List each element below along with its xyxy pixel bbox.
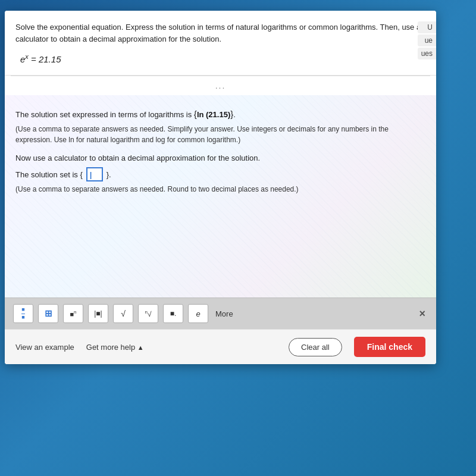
decimal-button[interactable]: ■. [163,304,183,323]
instruction-area: U ue ues Solve the exponential equation.… [5,11,436,76]
get-more-help-link[interactable]: Get more help ▲ [86,343,144,352]
answer-input[interactable] [86,167,103,181]
sqrt-button[interactable]: √ [113,304,133,323]
fraction-button[interactable]: ■ ■ [13,304,33,323]
side-label-2: ue [418,35,436,46]
content-area: The solution set expressed in terms of l… [5,95,436,298]
final-check-button[interactable]: Final check [354,337,425,357]
superscript-button[interactable]: ■n [63,304,83,323]
instruction-text: Solve the exponential equation. Express … [15,21,425,45]
solution-part2-note: (Use a comma to separate answers as need… [15,184,425,195]
abs-value-button[interactable]: |■| [88,304,108,323]
dots-divider: ... [11,76,430,95]
solution-part1-note: (Use a comma to separate answers as need… [15,124,425,145]
matrix-button[interactable]: ⊞ [38,304,58,323]
side-label-1: U [418,21,436,33]
nth-root-button[interactable]: n√ [138,304,158,323]
clear-all-button[interactable]: Clear all [289,338,342,356]
main-window: U ue ues Solve the exponential equation.… [5,11,436,364]
solution-part2-suffix: }. [107,170,111,179]
solution-part2-line: The solution set is { }. [15,167,425,181]
side-label-3: ues [418,48,436,60]
decimal-approx-heading: Now use a calculator to obtain a decimal… [15,154,425,162]
euler-button[interactable]: e [188,304,208,323]
more-button[interactable]: More [213,309,236,318]
help-arrow-icon: ▲ [137,344,144,351]
math-toolbar: ■ ■ ⊞ ■n |■| √ n√ ■. e [5,298,436,329]
equation-display: ex = 21.15 [20,53,425,64]
toolbar-close-button[interactable]: × [416,308,428,320]
solution-part2-prefix: The solution set is { [15,170,83,179]
view-example-link[interactable]: View an example [15,343,74,352]
solution-part1-text: The solution set expressed in terms of l… [15,107,425,121]
bottom-bar: View an example Get more help ▲ Clear al… [5,329,436,364]
